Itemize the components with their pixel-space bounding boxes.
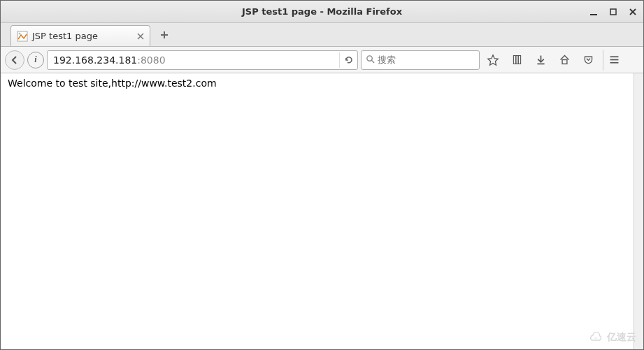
browser-window: JSP test1 page - Mozilla Firefox JSP tes… — [0, 0, 644, 350]
url-bar[interactable]: 192.168.234.181:8080 — [47, 50, 358, 70]
search-icon — [366, 54, 375, 66]
page-content: Welcome to test site,http://www.test2.co… — [1, 73, 643, 349]
tab-bar: JSP test1 page — [1, 23, 643, 47]
tab-close-button[interactable] — [136, 31, 145, 41]
downloads-button[interactable] — [530, 50, 551, 71]
window-controls — [589, 7, 638, 17]
svg-marker-12 — [488, 54, 498, 64]
toolbar: i 192.168.234.181:8080 — [1, 47, 643, 73]
titlebar: JSP test1 page - Mozilla Firefox — [1, 1, 643, 23]
search-bar[interactable] — [361, 50, 480, 70]
browser-tab[interactable]: JSP test1 page — [10, 25, 150, 46]
window-title: JSP test1 page - Mozilla Firefox — [242, 6, 402, 17]
svg-rect-1 — [610, 9, 616, 15]
bookmark-star-button[interactable] — [482, 50, 503, 71]
site-info-button[interactable]: i — [27, 52, 44, 68]
watermark-text: 亿速云 — [607, 331, 636, 344]
favicon-icon — [17, 31, 28, 42]
back-button[interactable] — [5, 50, 24, 70]
svg-rect-18 — [562, 60, 567, 64]
url-host: 192.168.234.181 — [53, 54, 137, 66]
svg-point-10 — [367, 55, 372, 60]
cloud-icon: ∞ — [587, 332, 604, 343]
svg-text:∞: ∞ — [594, 336, 596, 340]
watermark: ∞ 亿速云 — [587, 331, 636, 344]
pocket-button[interactable] — [578, 50, 599, 71]
svg-point-5 — [19, 32, 21, 34]
svg-rect-15 — [518, 56, 520, 64]
new-tab-button[interactable] — [155, 25, 174, 45]
url-text: 192.168.234.181:8080 — [50, 54, 339, 66]
svg-line-11 — [371, 60, 374, 63]
tab-label: JSP test1 page — [32, 31, 98, 41]
reload-button[interactable] — [339, 52, 355, 68]
minimize-button[interactable] — [589, 7, 599, 17]
url-port: :8080 — [137, 54, 165, 66]
home-button[interactable] — [554, 50, 575, 71]
search-input[interactable] — [378, 54, 496, 65]
library-button[interactable] — [506, 50, 527, 71]
close-button[interactable] — [628, 7, 638, 17]
vertical-scrollbar[interactable] — [634, 73, 643, 349]
body-text: Welcome to test site,http://www.test2.co… — [8, 78, 217, 89]
maximize-button[interactable] — [608, 7, 618, 17]
menu-button[interactable] — [603, 50, 624, 71]
